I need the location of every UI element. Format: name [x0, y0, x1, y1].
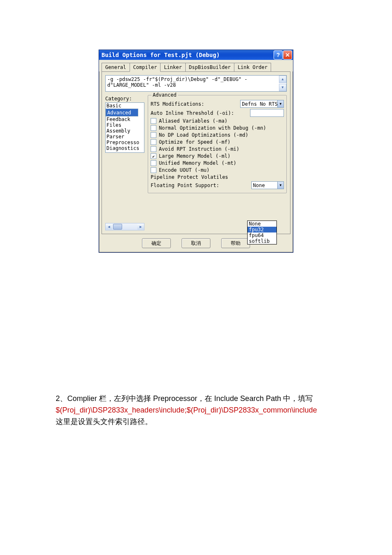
rts-select[interactable]: Defns No RTS ▼ [240, 100, 284, 108]
fps-select[interactable]: None ▼ [251, 181, 284, 189]
command-line-box[interactable]: -g -pdsw225 -fr"$(Proj_dir)\Debug" -d"_D… [105, 75, 287, 92]
lbl-mf: Optimize for Speed (-mf) [159, 139, 284, 145]
scroll-right-icon[interactable]: ▶ [137, 224, 144, 230]
chk-mn[interactable] [151, 125, 156, 131]
chk-md[interactable] [151, 132, 156, 138]
chk-mi[interactable] [151, 146, 156, 152]
title-bar: Build Options for Test.pjt (Debug) ? ✕ [99, 50, 293, 60]
lbl-md: No DP Load Optimizations (-md) [159, 132, 284, 138]
command-line-text: -g -pdsw225 -fr"$(Proj_dir)\Debug" -d"_D… [107, 76, 248, 88]
category-item-feedback[interactable]: Feedback [106, 116, 144, 122]
category-item-parser[interactable]: Parser [106, 134, 144, 140]
chk-mt[interactable] [151, 160, 156, 166]
lbl-mt: Unified Memory Model (-mt) [159, 160, 284, 166]
help-button[interactable]: 帮助 [221, 238, 250, 248]
close-icon[interactable]: ✕ [283, 50, 292, 59]
scroll-down-icon[interactable]: ▼ [279, 84, 286, 91]
scroll-thumb[interactable] [113, 224, 122, 230]
document-text: 2、Complier 栏，左列中选择 Preprocessor，在 Includ… [56, 393, 336, 428]
fps-value: None [253, 183, 265, 188]
doc-line-2: 这里是设置头文件索引路径。 [56, 416, 336, 428]
ppv-label: Pipeline Protect Volatiles [151, 174, 284, 180]
lbl-mu: Encode UOUT (-mu) [159, 167, 284, 173]
rts-label: RTS Modifications: [151, 101, 240, 107]
doc-line-1: 2、Complier 栏，左列中选择 Preprocessor，在 Includ… [56, 393, 336, 405]
build-options-dialog: Build Options for Test.pjt (Debug) ? ✕ G… [99, 50, 293, 253]
chk-mu[interactable] [151, 167, 156, 173]
tab-linkorder[interactable]: Link Order [234, 63, 271, 72]
fps-label: Floating Point Support: [151, 183, 251, 188]
fps-opt-softlib[interactable]: softlib [248, 238, 276, 244]
category-item-advanced[interactable]: Advanced [106, 109, 138, 116]
fps-opt-none[interactable]: None [248, 221, 276, 227]
tab-general[interactable]: General [102, 63, 130, 72]
tab-dspbiosbuilder[interactable]: DspBiosBuilder [185, 63, 234, 72]
category-item-preprocessor[interactable]: Preprocesso [106, 140, 144, 145]
chevron-down-icon: ▼ [277, 100, 283, 107]
cancel-button[interactable]: 取消 [182, 238, 210, 248]
chevron-down-icon: ▼ [277, 182, 283, 189]
doc-line-red: $(Proj_dir)\DSP2833x_headers\include;$(P… [56, 405, 336, 416]
tab-linker[interactable]: Linker [160, 63, 185, 72]
chk-mf[interactable] [151, 139, 156, 145]
scroll-left-icon[interactable]: ◀ [106, 224, 112, 230]
scroll-up-icon[interactable]: ▲ [279, 76, 286, 83]
advanced-group: Advanced RTS Modifications: Defns No RTS… [148, 95, 287, 193]
chk-ma[interactable] [151, 118, 156, 124]
category-hscroll[interactable]: ◀ ▶ [105, 223, 144, 230]
fps-dropdown[interactable]: None fpu32 fpu64 softlib [247, 221, 277, 244]
tab-strip: General Compiler Linker DspBiosBuilder L… [99, 60, 293, 71]
lbl-ml: Large Memory Model (-ml) [159, 153, 284, 159]
fps-opt-fpu64[interactable]: fpu64 [248, 232, 276, 238]
tab-body: -g -pdsw225 -fr"$(Proj_dir)\Debug" -d"_D… [102, 71, 290, 234]
oi-input[interactable] [250, 109, 284, 117]
rts-value: Defns No RTS [242, 101, 278, 107]
lbl-ma: Aliased Variables (-ma) [159, 118, 284, 124]
lbl-mn: Normal Optimization with Debug (-mn) [159, 125, 284, 131]
category-item-assembly[interactable]: Assembly [106, 128, 144, 134]
help-icon[interactable]: ? [274, 50, 283, 59]
category-column: Category: Basic Advanced Feedback Files … [105, 96, 144, 230]
oi-label: Auto Inline Threshold (-oi): [151, 110, 250, 116]
tab-compiler[interactable]: Compiler [130, 63, 161, 72]
group-title: Advanced [151, 92, 178, 98]
category-list[interactable]: Basic Advanced Feedback Files Assembly P… [105, 102, 144, 153]
dialog-title: Build Options for Test.pjt (Debug) [102, 52, 273, 58]
category-label: Category: [105, 96, 144, 102]
category-item-basic[interactable]: Basic [106, 103, 144, 109]
ok-button[interactable]: 确定 [142, 238, 171, 248]
category-item-diagnostics[interactable]: Diagnostics [106, 145, 144, 151]
category-item-files[interactable]: Files [106, 122, 144, 128]
chk-ml[interactable]: ✔ [151, 153, 156, 159]
lbl-mi: Avoid RPT Instruction (-mi) [159, 146, 284, 152]
fps-opt-fpu32[interactable]: fpu32 [248, 227, 276, 232]
